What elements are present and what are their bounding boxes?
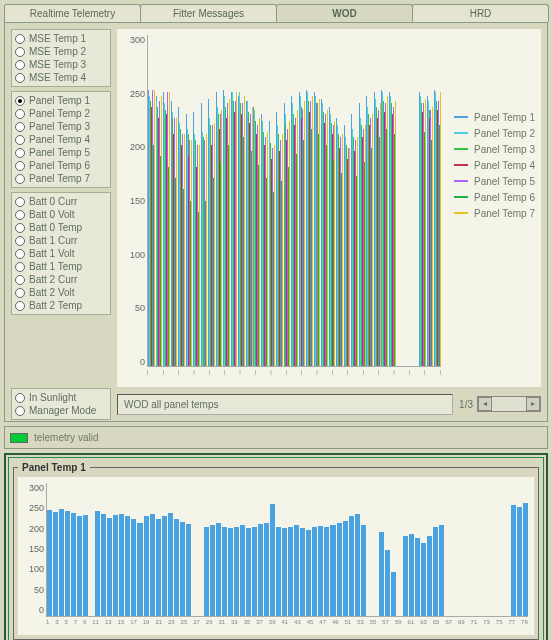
wod-footer: In SunlightManager Mode WOD all panel te… xyxy=(11,393,541,415)
pager-right-button[interactable]: ▸ xyxy=(526,397,540,411)
radio-panel-temp-7[interactable]: Panel Temp 7 xyxy=(15,172,107,185)
radio-icon xyxy=(15,47,25,57)
telemetry-valid-icon xyxy=(10,433,28,443)
tab-realtime-telemetry[interactable]: Realtime Telemetry xyxy=(4,4,141,22)
legend-item: Panel Temp 3 xyxy=(454,141,535,157)
radio-icon xyxy=(15,275,25,285)
radio-batt-1-volt[interactable]: Batt 1 Volt xyxy=(15,247,107,260)
status-label: telemetry valid xyxy=(34,432,98,443)
legend-label: Panel Temp 2 xyxy=(474,128,535,139)
group-panel: Panel Temp 1Panel Temp 2Panel Temp 3Pane… xyxy=(11,91,111,188)
radio-icon xyxy=(15,262,25,272)
detail-chart: 300250200150100500 135791113151719212325… xyxy=(18,477,534,635)
radio-icon xyxy=(15,210,25,220)
group-4: In SunlightManager Mode xyxy=(11,388,111,420)
legend-color-icon xyxy=(454,212,468,214)
radio-icon xyxy=(15,109,25,119)
radio-panel-temp-1[interactable]: Panel Temp 1 xyxy=(15,94,107,107)
radio-batt-0-volt[interactable]: Batt 0 Volt xyxy=(15,208,107,221)
group-mse: MSE Temp 1MSE Temp 2MSE Temp 3MSE Temp 4 xyxy=(11,29,111,87)
radio-panel-temp-6[interactable]: Panel Temp 6 xyxy=(15,159,107,172)
radio-label: Panel Temp 2 xyxy=(29,108,90,119)
tab-wod[interactable]: WOD xyxy=(276,4,413,22)
tab-bar: Realtime TelemetryFitter MessagesWODHRD xyxy=(0,0,552,22)
radio-panel-temp-3[interactable]: Panel Temp 3 xyxy=(15,120,107,133)
legend-item: Panel Temp 6 xyxy=(454,189,535,205)
radio-manager-mode[interactable]: Manager Mode xyxy=(15,404,107,417)
radio-label: Batt 1 Curr xyxy=(29,235,77,246)
wod-caption: WOD all panel temps xyxy=(117,394,453,415)
radio-batt-0-temp[interactable]: Batt 0 Temp xyxy=(15,221,107,234)
radio-label: MSE Temp 1 xyxy=(29,33,86,44)
radio-icon xyxy=(15,135,25,145)
radio-icon xyxy=(15,301,25,311)
radio-in-sunlight[interactable]: In Sunlight xyxy=(15,391,107,404)
radio-icon xyxy=(15,223,25,233)
radio-panel-temp-2[interactable]: Panel Temp 2 xyxy=(15,107,107,120)
radio-label: Batt 0 Curr xyxy=(29,196,77,207)
radio-batt-2-volt[interactable]: Batt 2 Volt xyxy=(15,286,107,299)
legend-label: Panel Temp 3 xyxy=(474,144,535,155)
wod-panel: MSE Temp 1MSE Temp 2MSE Temp 3MSE Temp 4… xyxy=(4,22,548,422)
radio-label: Panel Temp 5 xyxy=(29,147,90,158)
radio-label: Batt 2 Curr xyxy=(29,274,77,285)
radio-batt-2-curr[interactable]: Batt 2 Curr xyxy=(15,273,107,286)
radio-label: Panel Temp 4 xyxy=(29,134,90,145)
radio-mse-temp-2[interactable]: MSE Temp 2 xyxy=(15,45,107,58)
radio-batt-2-temp[interactable]: Batt 2 Temp xyxy=(15,299,107,312)
radio-label: Panel Temp 3 xyxy=(29,121,90,132)
radio-batt-1-curr[interactable]: Batt 1 Curr xyxy=(15,234,107,247)
radio-icon xyxy=(15,148,25,158)
legend-label: Panel Temp 5 xyxy=(474,176,535,187)
radio-icon xyxy=(15,161,25,171)
legend-item: Panel Temp 2 xyxy=(454,125,535,141)
pager-label: 1/3 xyxy=(459,399,473,410)
legend-item: Panel Temp 7 xyxy=(454,205,535,221)
radio-mse-temp-4[interactable]: MSE Temp 4 xyxy=(15,71,107,84)
radio-mse-temp-1[interactable]: MSE Temp 1 xyxy=(15,32,107,45)
detail-fieldset: Panel Temp 1 300250200150100500 13579111… xyxy=(13,462,539,640)
legend-item: Panel Temp 1 xyxy=(454,109,535,125)
radio-mse-temp-3[interactable]: MSE Temp 3 xyxy=(15,58,107,71)
pager-scrollbar[interactable]: ◂ ▸ xyxy=(477,396,541,412)
legend-color-icon xyxy=(454,180,468,182)
legend-label: Panel Temp 1 xyxy=(474,112,535,123)
radio-icon xyxy=(15,174,25,184)
status-bar: telemetry valid xyxy=(4,426,548,449)
tab-hrd[interactable]: HRD xyxy=(412,4,549,22)
tab-fitter-messages[interactable]: Fitter Messages xyxy=(140,4,277,22)
legend-color-icon xyxy=(454,196,468,198)
radio-icon xyxy=(15,249,25,259)
radio-label: Manager Mode xyxy=(29,405,96,416)
radio-icon xyxy=(15,122,25,132)
radio-icon xyxy=(15,393,25,403)
radio-icon xyxy=(15,60,25,70)
legend-color-icon xyxy=(454,132,468,134)
radio-panel-temp-4[interactable]: Panel Temp 4 xyxy=(15,133,107,146)
radio-icon xyxy=(15,236,25,246)
radio-icon xyxy=(15,406,25,416)
legend-item: Panel Temp 5 xyxy=(454,173,535,189)
radio-icon xyxy=(15,73,25,83)
group-batt: Batt 0 CurrBatt 0 VoltBatt 0 TempBatt 1 … xyxy=(11,192,111,315)
legend-color-icon xyxy=(454,148,468,150)
legend-color-icon xyxy=(454,164,468,166)
detail-panel: Panel Temp 1 300250200150100500 13579111… xyxy=(4,453,548,640)
legend-color-icon xyxy=(454,116,468,118)
radio-label: MSE Temp 3 xyxy=(29,59,86,70)
radio-batt-1-temp[interactable]: Batt 1 Temp xyxy=(15,260,107,273)
radio-label: Batt 0 Volt xyxy=(29,209,75,220)
legend-label: Panel Temp 7 xyxy=(474,208,535,219)
radio-batt-0-curr[interactable]: Batt 0 Curr xyxy=(15,195,107,208)
multi-chart: 300250200150100500 |||||||||||||||||||| … xyxy=(117,29,541,387)
legend-label: Panel Temp 6 xyxy=(474,192,535,203)
radio-label: MSE Temp 4 xyxy=(29,72,86,83)
radio-label: Batt 1 Temp xyxy=(29,261,82,272)
pager-left-button[interactable]: ◂ xyxy=(478,397,492,411)
radio-panel-temp-5[interactable]: Panel Temp 5 xyxy=(15,146,107,159)
radio-label: Batt 0 Temp xyxy=(29,222,82,233)
radio-icon xyxy=(15,288,25,298)
legend-item: Panel Temp 4 xyxy=(454,157,535,173)
detail-title: Panel Temp 1 xyxy=(18,462,90,473)
telemetry-sidebar: MSE Temp 1MSE Temp 2MSE Temp 3MSE Temp 4… xyxy=(11,29,111,387)
